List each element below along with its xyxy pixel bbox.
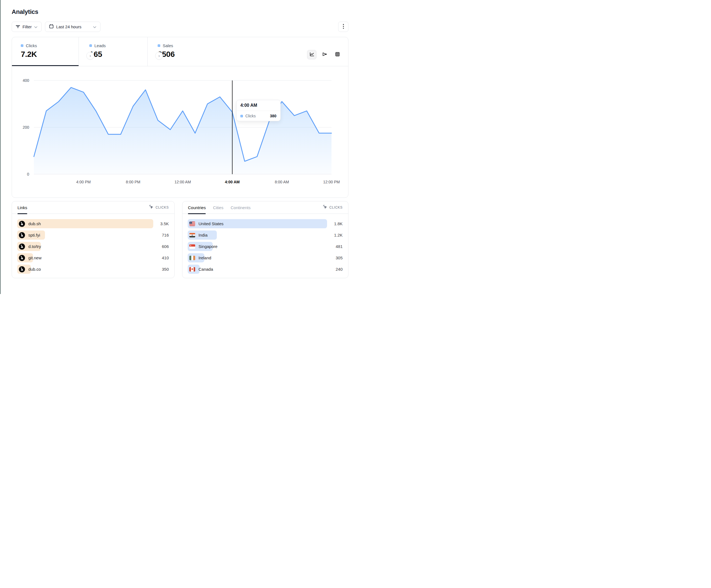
x-axis-tick: 12:00 AM (174, 180, 191, 184)
cursor-click-icon (323, 205, 327, 210)
toolbar: Filter Last 24 hours (12, 22, 348, 32)
stats-header: Clicks 7.2K Leads 165 Sales $506 (12, 37, 348, 66)
list-item[interactable]: dub.sh 3.5K (17, 219, 169, 228)
metric-label: CLICKS (155, 205, 169, 209)
list-item[interactable]: Canada 240 (188, 265, 343, 274)
filter-button[interactable]: Filter (12, 22, 42, 32)
row-value: 3.5K (153, 221, 169, 226)
row-label: dub.co (28, 267, 41, 272)
stat-tab-clicks[interactable]: Clicks 7.2K (12, 37, 79, 66)
list-item[interactable]: spti.fyi 716 (17, 230, 169, 240)
row-value: 240 (327, 267, 343, 272)
tooltip-series-chip (240, 115, 243, 117)
calendar-icon (49, 24, 53, 29)
tab-continents[interactable]: Continents (231, 201, 251, 214)
table-view-button[interactable] (332, 50, 342, 59)
row-label: dub.sh (28, 221, 41, 226)
row-value: 606 (153, 244, 169, 249)
dub-logo-icon (19, 232, 25, 238)
x-axis-tick: 4:00 AM (225, 180, 240, 184)
chart-area (34, 87, 331, 174)
x-axis-tick: 12:00 PM (323, 180, 340, 184)
dub-logo-icon (19, 255, 25, 261)
chevron-down-icon (93, 24, 96, 29)
chart-plot-area[interactable] (34, 81, 331, 174)
page-left-accent-strip (0, 0, 1, 294)
list-item[interactable]: United States 1.8K (188, 219, 343, 228)
funnel-view-button[interactable] (320, 50, 329, 59)
row-label: Ireland (198, 255, 211, 260)
leads-series-chip (89, 44, 92, 47)
filter-lines-icon (16, 24, 20, 29)
tab-links[interactable]: Links (18, 201, 27, 214)
stat-label: Leads (94, 43, 106, 48)
row-value: 410 (153, 255, 169, 260)
sales-series-chip (158, 44, 160, 47)
stat-value: 7.2K (21, 50, 79, 59)
list-item[interactable]: git.new 410 (17, 253, 169, 263)
links-panel-header: Links CLICKS (12, 201, 174, 214)
dub-logo-icon (19, 244, 25, 250)
countries-panel-header: Countries Cities Continents CLICKS (182, 201, 348, 214)
sg-flag-icon (189, 244, 195, 249)
tab-countries[interactable]: Countries (188, 201, 206, 214)
tooltip-series-label: Clicks (245, 114, 256, 118)
grid-table-icon (335, 51, 340, 58)
y-axis-tick: 0 (18, 172, 29, 176)
row-label: git.new (28, 255, 42, 260)
tab-cities[interactable]: Cities (213, 201, 223, 214)
stat-expand-chevron[interactable]: › (86, 52, 94, 60)
y-axis-tick: 200 (18, 125, 29, 130)
line-chart-view-button[interactable] (307, 50, 317, 59)
row-value: 305 (327, 255, 343, 260)
row-value: 716 (153, 233, 169, 238)
list-item[interactable]: dub.co 350 (17, 265, 169, 274)
clicks-series-chip (21, 44, 23, 47)
stat-tab-sales[interactable]: Sales $506 (147, 37, 348, 66)
stat-tab-leads[interactable]: Leads 165 (79, 37, 147, 66)
countries-list: United States 1.8K India 1.2K Singapore … (182, 214, 348, 274)
row-value: 1.2K (327, 233, 343, 238)
stat-label: Sales (163, 43, 173, 48)
analytics-page: Analytics Filter Last 24 hours (0, 0, 356, 278)
row-value: 1.8K (327, 221, 343, 226)
row-label: Canada (198, 267, 213, 272)
y-axis-tick: 400 (18, 78, 29, 83)
row-label: Singapore (198, 244, 217, 249)
ie-flag-icon (189, 256, 195, 260)
links-metric-selector[interactable]: CLICKS (149, 205, 169, 210)
list-item[interactable]: India 1.2K (188, 230, 343, 240)
row-label: spti.fyi (28, 233, 40, 238)
row-value: 350 (153, 267, 169, 272)
analytics-chart-card: Clicks 7.2K Leads 165 Sales $506 (12, 37, 348, 198)
x-axis-tick: 8:00 PM (126, 180, 140, 184)
row-label: India (198, 233, 208, 238)
stat-expand-chevron[interactable]: › (155, 52, 163, 60)
date-range-button[interactable]: Last 24 hours (45, 22, 101, 32)
list-item[interactable]: Singapore 481 (188, 242, 343, 251)
tooltip-value: 380 (270, 114, 276, 118)
stat-value: 165 (89, 50, 147, 59)
stat-label: Clicks (26, 43, 37, 48)
ca-flag-icon (189, 267, 195, 272)
x-axis-tick: 8:00 AM (275, 180, 289, 184)
more-options-button[interactable] (338, 22, 348, 32)
chart-view-toggles (307, 50, 342, 59)
list-item[interactable]: Ireland 305 (188, 253, 343, 263)
page-title: Analytics (12, 8, 348, 16)
filter-button-label: Filter (22, 24, 31, 29)
tooltip-time: 4:00 AM (237, 100, 280, 111)
countries-metric-selector[interactable]: CLICKS (323, 205, 343, 210)
cursor-click-icon (149, 205, 153, 210)
links-list: dub.sh 3.5K spti.fyi 716 d.to/try 606 (12, 214, 174, 274)
metric-label: CLICKS (329, 205, 343, 209)
list-item[interactable]: d.to/try 606 (17, 242, 169, 251)
in-flag-icon (189, 233, 195, 238)
countries-panel: Countries Cities Continents CLICKS (182, 201, 348, 278)
line-chart-icon (309, 51, 315, 58)
dub-logo-icon (19, 266, 25, 272)
chevron-down-icon (34, 24, 38, 29)
row-label: d.to/try (28, 244, 41, 249)
clicks-timeseries-chart[interactable]: 0 200 400 4:00 PM8:00 PM12 (12, 66, 348, 198)
us-flag-icon (189, 222, 195, 226)
